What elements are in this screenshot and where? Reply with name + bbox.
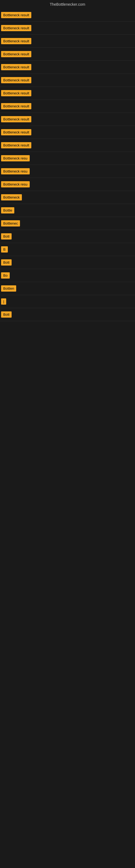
bottleneck-result-badge[interactable]: Bottleneck result — [1, 38, 31, 44]
bottleneck-result-badge[interactable]: Bottleneck result — [1, 129, 31, 135]
table-row: Bottleneck result — [0, 48, 135, 61]
bottleneck-result-badge[interactable]: Bottleneck result — [1, 116, 31, 122]
rows-container: Bottleneck resultBottleneck resultBottle… — [0, 9, 135, 321]
site-title: TheBottlenecker.com — [0, 0, 135, 9]
table-row: Bottleneck — [0, 191, 135, 204]
bottleneck-result-badge[interactable]: Bottleneck result — [1, 77, 31, 83]
table-row: Bottleneck result — [0, 61, 135, 74]
table-row: Bottleneck result — [0, 9, 135, 22]
table-row: Bottleneck result — [0, 22, 135, 35]
bottleneck-result-badge[interactable]: Bottleneck result — [1, 90, 31, 96]
bottleneck-result-badge[interactable]: | — [1, 299, 6, 305]
bottleneck-result-badge[interactable]: Bottleneck resu — [1, 155, 30, 161]
table-row: Bottleneck resu — [0, 165, 135, 178]
table-row: Bottleneck result — [0, 74, 135, 87]
bottleneck-result-badge[interactable]: Bottleneck resu — [1, 181, 30, 187]
bottleneck-result-badge[interactable]: Bott — [1, 259, 12, 266]
table-row: Bott — [0, 308, 135, 321]
bottleneck-result-badge[interactable]: Bottlenec — [1, 220, 20, 226]
table-row: Bottleneck result — [0, 35, 135, 48]
table-row: Bottleneck result — [0, 87, 135, 100]
bottleneck-result-badge[interactable]: Bottleneck result — [1, 12, 31, 18]
bottleneck-result-badge[interactable]: Bottleneck result — [1, 64, 31, 70]
table-row: Bottleneck result — [0, 126, 135, 139]
bottleneck-result-badge[interactable]: Bottleneck result — [1, 103, 31, 109]
bottleneck-result-badge[interactable]: Bottleneck result — [1, 51, 31, 57]
bottleneck-result-badge[interactable]: Bottlen — [1, 285, 16, 291]
table-row: Bottleneck resu — [0, 178, 135, 191]
table-row: Bottleneck result — [0, 100, 135, 113]
table-row: Bottleneck result — [0, 139, 135, 152]
bottleneck-result-badge[interactable]: Bottle — [1, 207, 14, 214]
table-row: Bottleneck resu — [0, 152, 135, 165]
table-row: Bottlen — [0, 282, 135, 295]
table-row: Bottle — [0, 204, 135, 217]
table-row: B — [0, 243, 135, 256]
bottleneck-result-badge[interactable]: Bottleneck resu — [1, 168, 30, 175]
table-row: Bo — [0, 269, 135, 282]
table-row: Bottlenec — [0, 217, 135, 230]
table-row: Bott — [0, 230, 135, 243]
bottleneck-result-badge[interactable]: B — [1, 246, 8, 252]
table-row: Bottleneck result — [0, 113, 135, 126]
table-row: Bott — [0, 256, 135, 269]
bottleneck-result-badge[interactable]: Bott — [1, 311, 12, 318]
bottleneck-result-badge[interactable]: Bottleneck — [1, 194, 22, 200]
site-header: TheBottlenecker.com — [0, 0, 135, 9]
table-row: | — [0, 295, 135, 308]
bottleneck-result-badge[interactable]: Bott — [1, 233, 12, 240]
bottleneck-result-badge[interactable]: Bottleneck result — [1, 142, 31, 148]
bottleneck-result-badge[interactable]: Bottleneck result — [1, 25, 31, 31]
bottleneck-result-badge[interactable]: Bo — [1, 272, 10, 279]
